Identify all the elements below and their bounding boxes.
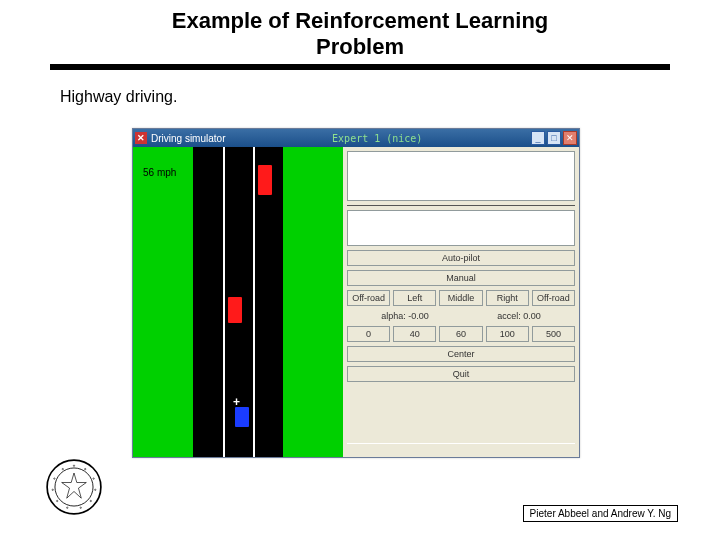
lane-divider	[223, 147, 225, 457]
svg-point-7	[80, 507, 81, 508]
ego-marker-icon: +	[233, 395, 240, 409]
simulator-window: ✕ Driving simulator Expert 1 (nice) _ □ …	[132, 128, 580, 458]
accel-readout: accel: 0.00	[497, 311, 541, 321]
info-box-top	[347, 151, 575, 201]
control-panel: Auto-pilot Manual Off-roadLeftMiddleRigh…	[343, 147, 579, 457]
info-box-secondary	[347, 210, 575, 246]
ego-car	[235, 407, 249, 427]
svg-point-9	[57, 500, 58, 501]
lane-button[interactable]: Off-road	[347, 290, 390, 306]
slide-title: Example of Reinforcement LearningProblem	[0, 0, 720, 60]
svg-point-2	[73, 465, 74, 466]
lane-button[interactable]: Off-road	[532, 290, 575, 306]
title-rule	[50, 64, 670, 70]
divider	[347, 205, 575, 206]
credit: Pieter Abbeel and Andrew Y. Ng	[523, 505, 678, 522]
svg-point-5	[95, 489, 96, 490]
lane-button[interactable]: Right	[486, 290, 529, 306]
traffic-car	[228, 297, 242, 323]
center-button[interactable]: Center	[347, 346, 575, 362]
svg-point-4	[93, 478, 94, 479]
window-title: Driving simulator	[151, 133, 225, 144]
quit-button[interactable]: Quit	[347, 366, 575, 382]
lane-divider	[253, 147, 255, 457]
svg-point-10	[52, 489, 53, 490]
speed-button[interactable]: 0	[347, 326, 390, 342]
lane-button[interactable]: Left	[393, 290, 436, 306]
svg-point-12	[62, 468, 63, 469]
lane-button[interactable]: Middle	[439, 290, 482, 306]
title-line-2: Problem	[316, 34, 404, 59]
speed-button[interactable]: 500	[532, 326, 575, 342]
status-bar	[347, 443, 575, 453]
speed-button[interactable]: 60	[439, 326, 482, 342]
svg-point-6	[90, 500, 91, 501]
speed-button[interactable]: 40	[393, 326, 436, 342]
manual-button[interactable]: Manual	[347, 270, 575, 286]
app-icon: ✕	[135, 132, 147, 144]
svg-point-3	[85, 468, 86, 469]
minimize-button[interactable]: _	[531, 131, 545, 145]
close-button[interactable]: ✕	[563, 131, 577, 145]
autopilot-button[interactable]: Auto-pilot	[347, 250, 575, 266]
stanford-seal-icon	[46, 459, 102, 515]
maximize-button[interactable]: □	[547, 131, 561, 145]
alpha-readout: alpha: -0.00	[381, 311, 429, 321]
speed-button[interactable]: 100	[486, 326, 529, 342]
status-row: alpha: -0.00 accel: 0.00	[347, 310, 575, 322]
titlebar[interactable]: ✕ Driving simulator Expert 1 (nice) _ □ …	[133, 129, 579, 147]
svg-point-8	[67, 507, 68, 508]
traffic-car	[258, 165, 272, 195]
title-line-1: Example of Reinforcement Learning	[172, 8, 549, 33]
svg-point-11	[54, 478, 55, 479]
window-caption: Expert 1 (nice)	[225, 133, 529, 144]
simulation-viewport: 56 mph +	[133, 147, 343, 457]
speed-readout: 56 mph	[143, 167, 176, 178]
subtitle: Highway driving.	[60, 88, 720, 106]
